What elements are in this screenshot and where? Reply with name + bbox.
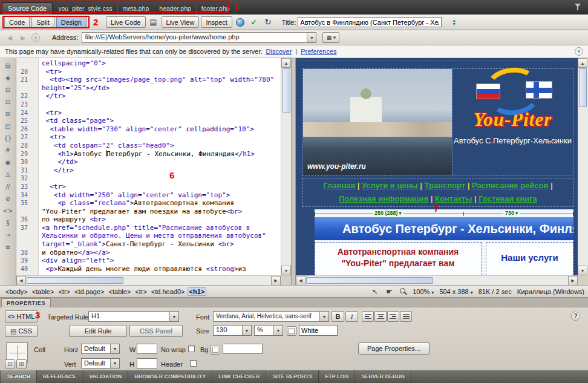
inspect-button[interactable]: Inspect: [201, 16, 232, 28]
bg-color-input[interactable]: [223, 344, 263, 354]
scroll-left-icon[interactable]: [16, 276, 26, 285]
line-numbers-icon[interactable]: #: [2, 145, 14, 155]
zoom-tool-icon[interactable]: [399, 287, 407, 295]
results-tab-link-checker[interactable]: LINK CHECKER: [212, 370, 266, 383]
hand-tool-icon[interactable]: [385, 287, 394, 296]
code-view-button[interactable]: Code: [4, 16, 30, 28]
design-nav-link[interactable]: Полезная информация: [339, 194, 428, 203]
align-center-icon[interactable]: [374, 311, 387, 322]
format-source-code-icon[interactable]: ≡: [2, 242, 14, 252]
design-view-button[interactable]: Design: [56, 16, 87, 28]
collapse-full-tag-icon[interactable]: ⊟: [2, 85, 14, 95]
tag-selector-item[interactable]: <h1>: [188, 287, 207, 296]
table-width-menu[interactable]: 730: [503, 210, 520, 217]
results-tab-reference[interactable]: REFERENCE: [37, 370, 83, 383]
edit-rule-button[interactable]: Edit Rule: [69, 325, 127, 337]
text-color-input[interactable]: [299, 325, 338, 336]
zoom-level-select[interactable]: 100%: [413, 288, 434, 295]
html-properties-button[interactable]: HTML: [5, 310, 38, 322]
tag-selector-item[interactable]: <table>: [30, 287, 56, 296]
design-vertical-scrollbar[interactable]: [578, 58, 588, 275]
intro-text-cell[interactable]: Автотранспортная компания "You-Piter" пр…: [315, 242, 482, 275]
design-nav-link[interactable]: Гостевая книга: [479, 194, 537, 203]
scroll-down-icon[interactable]: [578, 266, 587, 275]
recent-snippets-icon[interactable]: §: [2, 218, 14, 228]
back-icon[interactable]: [5, 33, 15, 42]
compare-files-icon[interactable]: [148, 16, 160, 28]
address-combo[interactable]: file:///E|/WebServers/home/you-piter/www…: [82, 32, 316, 43]
scroll-up-icon[interactable]: [281, 58, 291, 68]
syntax-error-alerts-icon[interactable]: ⚠: [2, 169, 14, 180]
tag-selector-item[interactable]: <tr>: [56, 287, 72, 296]
tag-selector-item[interactable]: <td.head0>: [149, 287, 187, 296]
code-vertical-scrollbar[interactable]: [281, 58, 291, 275]
indent-code-icon[interactable]: →: [2, 230, 14, 240]
design-nav-link[interactable]: Главная: [323, 181, 355, 190]
code-view-pane[interactable]: cellspacing="0">20 <tr>21 <td><img src="…: [16, 58, 291, 285]
forward-icon[interactable]: [18, 33, 28, 42]
text-color-swatch[interactable]: [287, 326, 296, 336]
results-tab-validation[interactable]: VALIDATION: [83, 370, 129, 383]
horz-align-select[interactable]: Default: [81, 344, 120, 354]
stop-icon[interactable]: [31, 33, 40, 42]
bold-button[interactable]: B: [332, 311, 344, 322]
chevron-down-icon[interactable]: [110, 344, 119, 353]
no-wrap-checkbox[interactable]: [188, 345, 195, 352]
scroll-right-icon[interactable]: [271, 276, 281, 285]
split-view-divider[interactable]: [291, 58, 296, 285]
scroll-left-icon[interactable]: [296, 276, 305, 285]
tag-selector-item[interactable]: <table>: [107, 287, 133, 296]
split-cell-icon[interactable]: [16, 359, 27, 368]
live-view-options-icon[interactable]: [322, 32, 339, 43]
merge-cells-icon[interactable]: [5, 359, 15, 368]
page-properties-button[interactable]: Page Properties...: [358, 342, 430, 355]
design-view-pane[interactable]: www.you-piter.ru You-Piter Автобус С.Пет…: [296, 58, 588, 285]
scrollbar-thumb[interactable]: [283, 68, 290, 113]
size-unit-select[interactable]: %: [254, 325, 283, 336]
design-nav-link[interactable]: Контакты: [435, 194, 472, 203]
design-nav-link[interactable]: Транспорт: [425, 181, 466, 190]
italic-button[interactable]: I: [345, 311, 358, 322]
document-title-input[interactable]: [298, 17, 442, 27]
scroll-down-icon[interactable]: [281, 266, 291, 275]
select-tool-icon[interactable]: [370, 287, 379, 296]
apply-comment-icon[interactable]: //: [2, 182, 14, 192]
properties-tab[interactable]: PROPERTIES: [1, 298, 51, 307]
scrollbar-thumb[interactable]: [306, 277, 433, 284]
vert-align-select[interactable]: Default: [81, 358, 120, 368]
chevron-down-icon[interactable]: [319, 312, 328, 321]
targeted-rule-select[interactable]: H1: [88, 311, 179, 322]
chevron-down-icon[interactable]: [273, 326, 283, 335]
expand-all-icon[interactable]: ⊞: [2, 109, 14, 119]
refresh-design-view-icon[interactable]: [262, 16, 274, 28]
css-panel-button[interactable]: CSS Panel: [129, 325, 183, 337]
chevron-down-icon[interactable]: [169, 312, 178, 321]
design-nav-link[interactable]: Расписание рейсов: [472, 181, 548, 190]
header-checkbox[interactable]: [190, 360, 197, 367]
chevron-down-icon[interactable]: [110, 359, 119, 368]
scrollbar-thumb[interactable]: [579, 68, 587, 107]
help-icon[interactable]: ?: [571, 312, 580, 321]
discover-link[interactable]: Discover: [266, 48, 292, 55]
wrap-tag-icon[interactable]: <>: [2, 206, 14, 216]
css-properties-button[interactable]: CSS: [5, 325, 38, 337]
results-tab-search[interactable]: SEARCH: [1, 370, 37, 383]
preview-browser-icon[interactable]: [234, 16, 246, 28]
related-file-tab[interactable]: meta.php: [118, 2, 155, 15]
cell-width-input[interactable]: [137, 344, 157, 354]
live-view-button[interactable]: Live View: [162, 16, 200, 28]
results-tab-browser-compatibility[interactable]: BROWSER COMPATIBILITY: [128, 370, 212, 383]
results-tab-ftp-log[interactable]: FTP LOG: [319, 370, 355, 383]
page-heading[interactable]: Автобус Петербург - Хельсинки, Финляндия: [315, 217, 573, 240]
live-code-button[interactable]: Live Code: [106, 16, 146, 28]
services-heading-cell[interactable]: Наши услуги: [486, 242, 573, 275]
check-browser-compatibility-icon[interactable]: [248, 16, 260, 28]
font-select[interactable]: Verdana, Arial, Helvetica, sans-serif: [213, 311, 329, 322]
remove-comment-icon[interactable]: ⊘: [2, 194, 14, 204]
tag-selector-item[interactable]: <tr>: [133, 287, 149, 296]
tag-selector-item[interactable]: <body>: [4, 287, 30, 296]
results-tab-server-debug[interactable]: SERVER DEBUG: [355, 370, 411, 383]
preferences-link[interactable]: Preferences: [301, 48, 336, 55]
align-right-icon[interactable]: [387, 311, 399, 322]
highlight-invalid-code-icon[interactable]: ◉: [2, 157, 14, 168]
